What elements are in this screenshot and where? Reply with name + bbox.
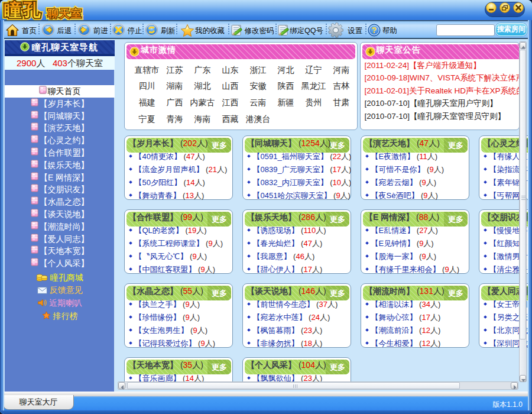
svg-text:?: ? [372, 25, 377, 35]
